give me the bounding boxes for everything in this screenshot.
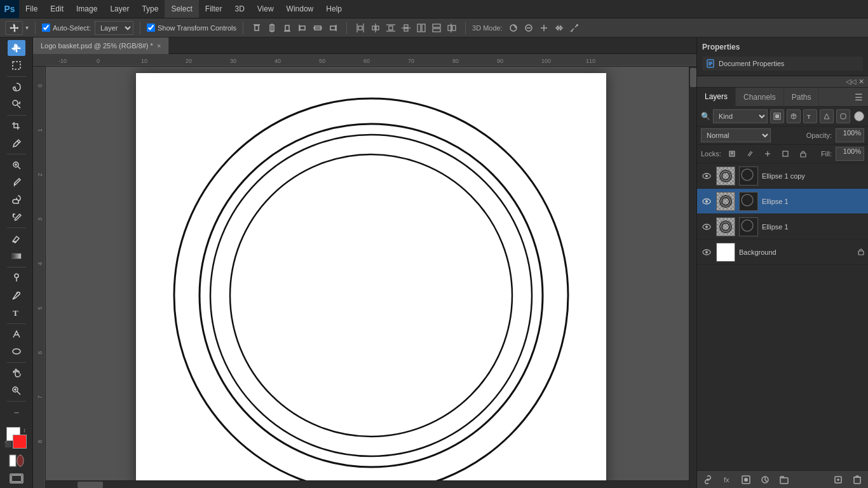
spot-heal-tool[interactable] bbox=[8, 157, 25, 173]
menu-type[interactable]: Type bbox=[135, 0, 165, 18]
align-top-icon[interactable] bbox=[250, 21, 264, 35]
quick-select-tool[interactable] bbox=[8, 97, 25, 112]
panel-collapse-left[interactable]: ◁◁ bbox=[846, 78, 856, 86]
dist5-icon[interactable] bbox=[414, 21, 428, 35]
align-right-icon[interactable] bbox=[326, 21, 340, 35]
add-mask-btn[interactable] bbox=[739, 473, 753, 487]
clone-tool[interactable] bbox=[8, 192, 25, 208]
auto-select-checkbox[interactable]: Auto-Select: bbox=[42, 24, 91, 32]
pen-tool[interactable] bbox=[8, 287, 25, 303]
3d-pan-icon[interactable] bbox=[537, 21, 551, 35]
menu-select[interactable]: Select bbox=[165, 0, 198, 18]
dodge-tool[interactable] bbox=[8, 270, 25, 286]
menu-file[interactable]: File bbox=[19, 0, 44, 18]
filter-pixel-icon[interactable] bbox=[770, 109, 784, 123]
menu-window[interactable]: Window bbox=[280, 0, 320, 18]
filter-circle-toggle[interactable] bbox=[854, 111, 864, 121]
filter-kind-select[interactable]: Kind Name Effect Mode Attribute Color bbox=[713, 109, 768, 123]
auto-select-dropdown[interactable]: Layer Group bbox=[95, 21, 133, 35]
layer-visibility-eye[interactable] bbox=[701, 221, 712, 233]
hand-tool[interactable] bbox=[8, 365, 25, 381]
menu-edit[interactable]: Edit bbox=[44, 0, 70, 18]
new-layer-btn[interactable] bbox=[831, 473, 845, 487]
tab-layers[interactable]: Layers bbox=[697, 88, 736, 107]
layer-visibility-eye[interactable] bbox=[701, 170, 712, 182]
layer-row[interactable]: Ellipse 1 bbox=[697, 189, 868, 214]
dist1-icon[interactable] bbox=[353, 21, 367, 35]
lasso-tool[interactable] bbox=[8, 79, 25, 95]
3d-roll-icon[interactable] bbox=[522, 21, 536, 35]
v-scrollbar[interactable] bbox=[689, 67, 696, 488]
menu-help[interactable]: Help bbox=[320, 0, 348, 18]
v-scrollbar-thumb[interactable] bbox=[690, 68, 696, 87]
move-tool-btn[interactable] bbox=[5, 21, 23, 35]
quick-mask-btn[interactable] bbox=[8, 454, 25, 470]
path-select-tool[interactable] bbox=[8, 326, 25, 342]
add-adjustment-btn[interactable] bbox=[758, 473, 772, 487]
text-tool[interactable]: T bbox=[8, 304, 25, 320]
menu-view[interactable]: View bbox=[251, 0, 280, 18]
dist6-icon[interactable] bbox=[430, 21, 444, 35]
layer-row[interactable]: Background bbox=[697, 240, 868, 265]
history-brush-tool[interactable] bbox=[8, 209, 25, 225]
dist4-icon[interactable] bbox=[399, 21, 413, 35]
align-center-h-icon[interactable] bbox=[265, 21, 279, 35]
layer-row[interactable]: Ellipse 1 bbox=[697, 214, 868, 240]
filter-adjust-icon[interactable] bbox=[787, 109, 801, 123]
lock-artboard-btn[interactable] bbox=[778, 147, 792, 161]
show-transform-input[interactable] bbox=[147, 24, 155, 32]
h-scrollbar-thumb[interactable] bbox=[78, 482, 103, 488]
filter-shape-icon[interactable] bbox=[820, 109, 834, 123]
link-layers-btn[interactable] bbox=[701, 473, 715, 487]
doc-tab[interactable]: Logo basket.psd @ 25% (RGB/8#) * × bbox=[33, 37, 169, 54]
canvas-scroll[interactable] bbox=[46, 67, 696, 488]
gradient-tool[interactable] bbox=[8, 248, 25, 264]
opacity-value[interactable]: 100% bbox=[836, 128, 864, 142]
layers-menu-btn[interactable]: ☰ bbox=[850, 92, 868, 102]
auto-select-input[interactable] bbox=[42, 24, 50, 32]
dist7-icon[interactable] bbox=[445, 21, 459, 35]
move-tool-arrow[interactable]: ▾ bbox=[25, 24, 29, 31]
tab-channels[interactable]: Channels bbox=[736, 88, 784, 107]
background-color[interactable] bbox=[13, 435, 27, 449]
eyedropper-tool[interactable] bbox=[8, 135, 25, 151]
lock-pixels-btn[interactable] bbox=[725, 147, 739, 161]
3d-rotate-icon[interactable] bbox=[506, 21, 520, 35]
menu-filter[interactable]: Filter bbox=[199, 0, 229, 18]
screen-mode-btn[interactable] bbox=[10, 473, 24, 485]
menu-layer[interactable]: Layer bbox=[104, 0, 135, 18]
blend-mode-select[interactable]: Normal Dissolve Multiply Screen Overlay bbox=[701, 128, 771, 142]
3d-scale-icon[interactable] bbox=[567, 21, 581, 35]
panel-close-btn[interactable]: ✕ bbox=[858, 78, 864, 86]
align-left-icon[interactable] bbox=[295, 21, 309, 35]
new-group-btn[interactable] bbox=[777, 473, 791, 487]
dist2-icon[interactable] bbox=[369, 21, 383, 35]
lock-all-btn[interactable] bbox=[796, 147, 810, 161]
lock-paint-btn[interactable] bbox=[743, 147, 757, 161]
crop-tool[interactable] bbox=[8, 118, 25, 134]
shape-tool[interactable] bbox=[8, 344, 25, 360]
add-layer-style-btn[interactable]: fx bbox=[720, 473, 734, 487]
zoom-tool[interactable] bbox=[8, 383, 25, 398]
menu-image[interactable]: Image bbox=[70, 0, 104, 18]
doc-tab-close[interactable]: × bbox=[157, 42, 161, 50]
menu-3d[interactable]: 3D bbox=[228, 0, 250, 18]
eraser-tool[interactable] bbox=[8, 231, 25, 247]
delete-layer-btn[interactable] bbox=[850, 473, 864, 487]
filter-type-icon[interactable]: T bbox=[803, 109, 817, 123]
default-colors-icon[interactable]: ⬛ bbox=[5, 441, 11, 447]
filter-smart-icon[interactable] bbox=[836, 109, 850, 123]
tab-paths[interactable]: Paths bbox=[784, 88, 820, 107]
brush-tool[interactable] bbox=[8, 175, 25, 191]
layer-row[interactable]: Ellipse 1 copy bbox=[697, 163, 868, 189]
layer-visibility-eye[interactable] bbox=[701, 196, 712, 207]
show-transform-checkbox[interactable]: Show Transform Controls bbox=[147, 24, 236, 32]
align-center-v-icon[interactable] bbox=[311, 21, 325, 35]
move-tool[interactable] bbox=[8, 40, 25, 56]
selection-tool[interactable] bbox=[8, 57, 25, 73]
align-bottom-icon[interactable] bbox=[280, 21, 294, 35]
h-scrollbar[interactable] bbox=[46, 480, 689, 488]
switch-colors-icon[interactable]: ↕ bbox=[22, 427, 28, 433]
doc-properties-button[interactable]: Document Properties bbox=[702, 57, 863, 71]
extra-tools-btn[interactable]: ··· bbox=[8, 404, 25, 420]
